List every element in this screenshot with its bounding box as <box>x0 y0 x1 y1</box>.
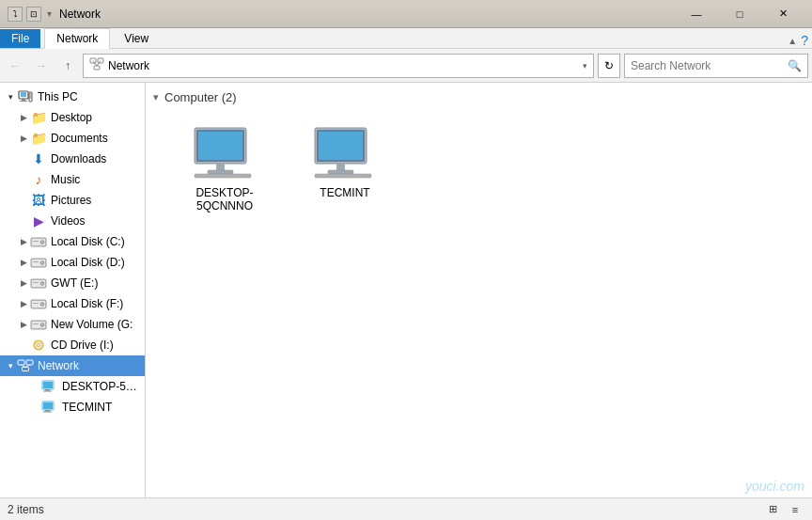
expand-disk-c-arrow <box>17 237 30 246</box>
svg-rect-27 <box>33 282 39 283</box>
expand-documents-arrow <box>17 134 30 143</box>
network-label: Network <box>38 359 79 372</box>
title-bar-quick-access: ⤵ ⊡ ▾ <box>8 7 52 22</box>
sidebar-item-disk-f[interactable]: Local Disk (F:) <box>0 293 145 314</box>
ribbon-collapse-arrow[interactable]: ▲ <box>788 36 797 46</box>
window-controls: — □ ✕ <box>675 0 804 28</box>
svg-rect-46 <box>43 382 53 388</box>
computer-item-tecmint[interactable]: TECMINT <box>289 116 401 221</box>
ribbon-tabs: File Network View ▲ ? <box>0 28 812 49</box>
thispc-icon <box>17 89 34 104</box>
sidebar-item-documents[interactable]: 📁 Documents <box>0 128 145 149</box>
quick-access-dropdown[interactable]: ▾ <box>47 8 52 19</box>
svg-rect-48 <box>43 391 52 392</box>
forward-button[interactable]: → <box>30 55 53 77</box>
downloads-icon: ⬇ <box>30 151 47 166</box>
tab-file[interactable]: File <box>0 29 40 48</box>
sidebar-item-network-desktop5qcn[interactable]: DESKTOP-5QCN <box>0 376 145 397</box>
search-box[interactable]: 🔍 <box>624 54 808 78</box>
videos-label: Videos <box>51 214 85 228</box>
expand-new-volume-g-arrow <box>17 320 30 329</box>
help-icon[interactable]: ? <box>801 33 808 48</box>
sidebar-item-music[interactable]: ♪ Music <box>0 169 145 190</box>
expand-thispc-arrow <box>4 92 17 102</box>
sidebar-item-new-volume-g[interactable]: New Volume (G: <box>0 314 145 335</box>
disk-c-label: Local Disk (C:) <box>51 235 125 248</box>
disk-f-icon <box>30 296 47 311</box>
path-dropdown-arrow[interactable]: ▾ <box>583 61 587 71</box>
svg-rect-40 <box>18 360 24 365</box>
thispc-label: This PC <box>38 90 78 103</box>
svg-point-31 <box>41 304 43 306</box>
maximize-button[interactable]: □ <box>718 0 761 28</box>
svg-rect-63 <box>328 170 353 174</box>
desktop-label: Desktop <box>51 111 92 124</box>
sidebar: This PC 📁 Desktop 📁 Documents ⬇ Download… <box>0 83 146 497</box>
svg-rect-42 <box>23 368 29 371</box>
svg-rect-55 <box>198 132 242 160</box>
sidebar-item-cd-drive-i[interactable]: CD Drive (I:) <box>0 335 145 355</box>
sidebar-item-desktop[interactable]: 📁 Desktop <box>0 107 145 128</box>
status-bar: 2 items ⊞ ≡ <box>0 497 812 520</box>
svg-rect-52 <box>43 412 52 413</box>
tab-view[interactable]: View <box>112 28 161 48</box>
disk-d-icon <box>30 255 47 270</box>
address-path-box[interactable]: Network ▾ <box>83 54 594 78</box>
gwt-e-icon <box>30 276 47 291</box>
cd-i-icon <box>30 338 47 353</box>
pictures-label: Pictures <box>51 194 91 207</box>
up-button[interactable]: ↑ <box>56 55 79 77</box>
svg-point-26 <box>41 283 43 285</box>
search-icon: 🔍 <box>788 59 802 72</box>
sidebar-item-videos[interactable]: ▶ Videos <box>0 211 145 231</box>
quick-access-icon2[interactable]: ⊡ <box>26 7 41 22</box>
title-bar: ⤵ ⊡ ▾ Network — □ ✕ <box>0 0 812 28</box>
sidebar-item-network[interactable]: Network <box>0 355 145 376</box>
search-input[interactable] <box>631 59 788 72</box>
sidebar-item-thispc[interactable]: This PC <box>0 87 145 107</box>
computers-grid: DESKTOP-5QCNNNO TECMINT <box>153 116 804 221</box>
view-details-button[interactable]: ≡ <box>786 501 804 518</box>
svg-point-21 <box>41 262 43 264</box>
group-collapse-arrow[interactable]: ▾ <box>153 91 159 103</box>
gwt-e-label: GWT (E:) <box>51 276 98 290</box>
expand-network-arrow <box>4 361 17 370</box>
svg-rect-6 <box>21 92 26 97</box>
sidebar-item-disk-c[interactable]: Local Disk (C:) <box>0 231 145 252</box>
svg-rect-17 <box>33 241 39 242</box>
sidebar-item-downloads[interactable]: ⬇ Downloads <box>0 149 145 169</box>
network-desktop-5qcn-label: DESKTOP-5QCN <box>62 380 145 393</box>
svg-rect-2 <box>94 66 100 70</box>
computer-item-desktop5qcnnno[interactable]: DESKTOP-5QCNNNO <box>168 116 281 221</box>
status-bar-right: ⊞ ≡ <box>763 501 804 518</box>
svg-rect-8 <box>20 101 27 102</box>
back-button[interactable]: ← <box>4 55 26 77</box>
pictures-icon: 🖼 <box>30 193 47 208</box>
documents-icon: 📁 <box>30 131 47 146</box>
quick-access-icon[interactable]: ⤵ <box>8 7 23 22</box>
minimize-button[interactable]: — <box>675 0 718 28</box>
svg-rect-47 <box>45 389 50 391</box>
view-large-icons-button[interactable]: ⊞ <box>763 501 782 518</box>
svg-point-16 <box>41 242 43 244</box>
address-bar: ← → ↑ Network ▾ ↻ 🔍 <box>0 49 812 83</box>
svg-rect-9 <box>29 92 32 102</box>
group-label: Computer (2) <box>164 90 237 104</box>
sidebar-item-pictures[interactable]: 🖼 Pictures <box>0 190 145 211</box>
svg-rect-41 <box>26 360 33 365</box>
computer-icon-wrap-desktop <box>187 124 262 181</box>
sidebar-item-disk-d[interactable]: Local Disk (D:) <box>0 252 145 273</box>
refresh-button[interactable]: ↻ <box>598 54 620 78</box>
svg-point-36 <box>41 324 43 326</box>
path-network-icon <box>89 57 104 73</box>
sidebar-item-network-tecmint[interactable]: TECMINT <box>0 397 145 418</box>
svg-rect-64 <box>315 174 371 178</box>
tab-network[interactable]: Network <box>44 28 110 49</box>
cd-i-label: CD Drive (I:) <box>51 339 114 352</box>
close-button[interactable]: ✕ <box>761 0 804 28</box>
svg-rect-22 <box>33 261 39 262</box>
svg-point-39 <box>38 344 40 347</box>
sidebar-item-gwt-e[interactable]: GWT (E:) <box>0 273 145 293</box>
svg-rect-57 <box>208 170 233 174</box>
svg-rect-51 <box>45 410 50 412</box>
